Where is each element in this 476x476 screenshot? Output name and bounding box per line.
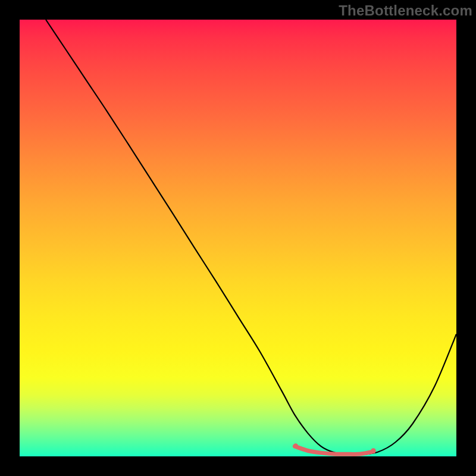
- chart-frame: TheBottleneck.com: [0, 0, 476, 476]
- highlight-marker-left: [293, 443, 298, 448]
- highlight-marker-right: [371, 448, 375, 453]
- chart-svg: [20, 20, 456, 456]
- curve-line: [46, 20, 456, 455]
- watermark-text: TheBottleneck.com: [339, 2, 472, 19]
- highlight-line: [295, 446, 373, 454]
- chart-plot-area: [20, 20, 456, 456]
